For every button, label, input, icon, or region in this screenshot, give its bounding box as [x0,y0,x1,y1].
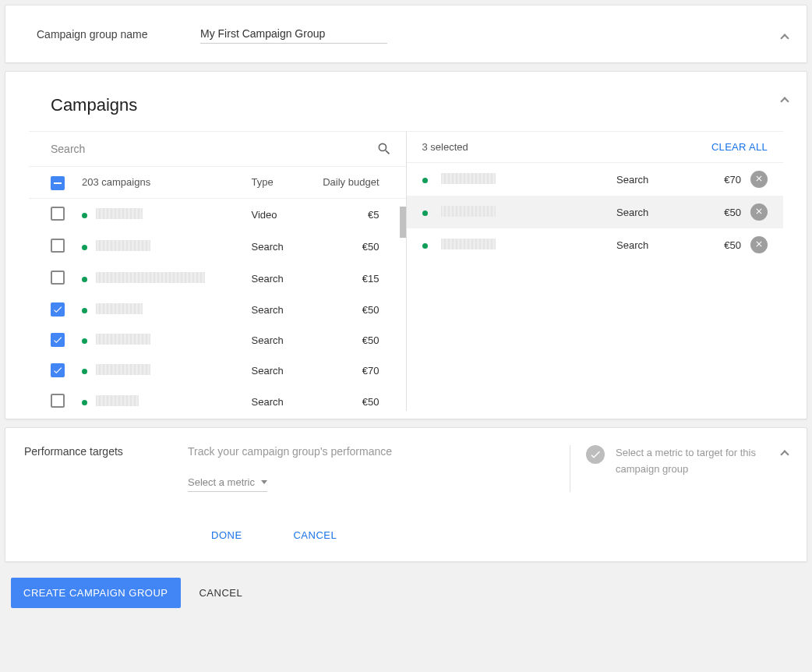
collapse-toggle[interactable] [775,90,794,109]
performance-info-text: Select a metric to target for this campa… [616,445,788,478]
campaigns-title: Campaigns [29,95,783,115]
campaign-name-redacted [96,303,143,314]
campaign-budget: €5 [322,209,392,221]
status-dot-icon [82,213,87,218]
create-campaign-group-button[interactable]: CREATE CAMPAIGN GROUP [11,578,181,608]
status-dot-icon [82,245,87,250]
row-checkbox[interactable] [51,363,65,377]
remove-button[interactable] [750,236,768,253]
row-checkbox[interactable] [51,394,65,408]
status-dot-icon [82,277,87,282]
campaign-type: Search [252,241,322,253]
campaign-name-redacted [441,239,496,249]
select-metric-dropdown[interactable]: Select a metric [188,473,267,492]
campaigns-header: 203 campaigns Type Daily budget [29,167,406,199]
status-dot-icon [82,338,87,344]
selected-row: Search€50 [407,228,784,261]
remove-button[interactable] [750,203,768,221]
close-icon [754,239,764,251]
close-icon [754,207,764,218]
campaign-row[interactable]: Search€70 [29,355,406,386]
clear-all-button[interactable]: CLEAR ALL [711,141,768,153]
campaign-group-name-input[interactable] [200,24,387,44]
selected-count: 3 selected [422,141,468,153]
campaign-budget: €50 [322,334,392,346]
status-dot-icon [422,210,428,216]
search-icon[interactable] [376,141,392,157]
campaign-budget: €15 [322,273,392,285]
selected-row: Search€50 [407,196,784,228]
campaign-type: Search [616,239,694,251]
campaign-row[interactable]: Video€5 [29,199,406,231]
selected-list: Search€70Search€50Search€50 [407,163,784,261]
status-dot-icon [82,308,87,313]
close-icon [754,174,764,186]
campaign-type: Video [252,209,322,221]
row-checkbox[interactable] [51,271,65,285]
page-cancel-button[interactable]: CANCEL [183,578,258,608]
row-checkbox[interactable] [51,302,65,317]
campaign-row[interactable]: Search€50 [29,231,406,263]
row-checkbox[interactable] [51,207,65,221]
status-dot-icon [422,178,428,183]
cancel-button[interactable]: CANCEL [281,523,349,547]
row-checkbox[interactable] [51,239,65,253]
chevron-up-icon [780,450,789,458]
campaign-type: Search [252,334,322,346]
campaign-row[interactable]: Search€50 [29,325,406,355]
selected-row: Search€70 [407,163,784,196]
campaign-row[interactable]: Search€50 [29,295,406,325]
check-circle-icon [586,445,605,464]
dropdown-icon [261,480,267,484]
campaign-budget: €70 [322,365,392,377]
performance-targets-label: Performance targets [24,445,188,492]
campaign-name-redacted [96,395,139,406]
select-all-checkbox[interactable] [51,176,65,190]
performance-targets-card: Performance targets Track your campaign … [5,427,807,562]
campaign-name-redacted [96,334,150,345]
remove-button[interactable] [750,171,768,188]
performance-info: Select a metric to target for this campa… [570,445,788,492]
chevron-up-icon [780,97,789,105]
campaign-budget: €50 [694,239,741,251]
campaigns-count: 203 campaigns [82,176,252,188]
campaign-group-name-label: Campaign group name [37,28,200,41]
col-type: Type [252,176,322,188]
campaigns-list[interactable]: Video€5Search€50Search€15Search€50Search… [29,199,406,411]
status-dot-icon [82,369,87,374]
campaign-budget: €50 [322,396,392,408]
available-campaigns-panel: 203 campaigns Type Daily budget Video€5S… [29,132,407,411]
row-checkbox[interactable] [51,333,65,347]
campaign-type: Search [252,396,322,408]
campaigns-card: Campaigns 203 campaigns Type Daily budge… [5,71,807,419]
campaign-budget: €50 [322,304,392,316]
status-dot-icon [82,400,87,405]
campaign-row[interactable]: Search€50 [29,386,406,411]
select-metric-label: Select a metric [188,476,255,488]
campaign-group-name-card: Campaign group name [5,5,807,63]
campaign-name-redacted [441,206,496,217]
campaign-type: Search [252,304,322,316]
campaign-type: Search [616,174,694,186]
campaign-name-redacted [96,272,205,283]
campaign-name-redacted [96,240,150,251]
search-input[interactable] [51,143,376,155]
campaign-type: Search [252,365,322,377]
status-dot-icon [422,243,428,249]
page-actions: CREATE CAMPAIGN GROUP CANCEL [5,570,807,616]
selected-campaigns-panel: 3 selected CLEAR ALL Search€70Search€50S… [407,132,784,411]
campaign-budget: €70 [694,174,741,186]
collapse-toggle[interactable] [775,444,794,462]
campaign-name-redacted [441,173,496,184]
col-budget: Daily budget [322,176,392,188]
campaign-row[interactable]: Search€15 [29,263,406,295]
collapse-toggle[interactable] [775,27,794,46]
campaign-budget: €50 [694,207,741,218]
campaign-name-redacted [96,364,150,375]
campaign-type: Search [616,207,694,218]
done-button[interactable]: DONE [199,523,255,547]
chevron-up-icon [780,34,789,42]
campaign-name-redacted [96,208,143,219]
scrollbar-thumb[interactable] [400,207,406,238]
campaign-type: Search [252,273,322,285]
